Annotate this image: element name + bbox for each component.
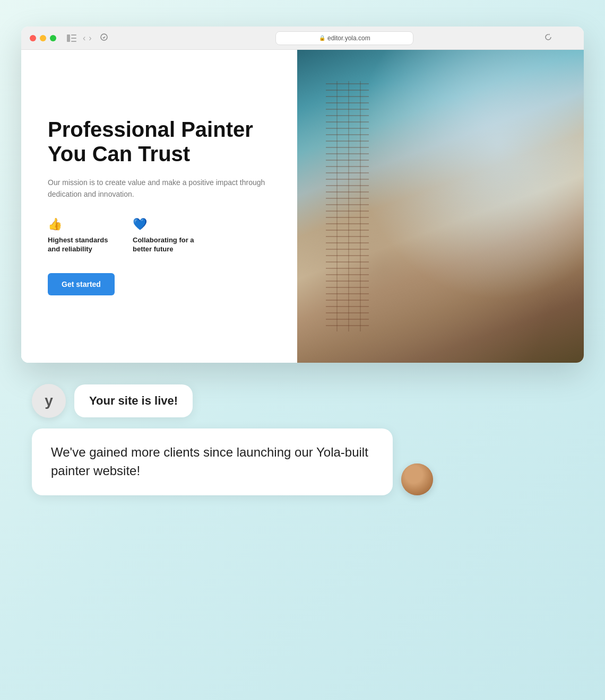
hero-subtitle: Our mission is to create value and make … <box>48 177 271 200</box>
maximize-button[interactable] <box>50 35 56 41</box>
back-arrow-icon[interactable]: ‹ <box>83 33 85 43</box>
browser-titlebar: ‹ › 🔒 editor.yola.com <box>21 27 584 50</box>
outer-container: ‹ › 🔒 editor.yola.com <box>21 27 584 673</box>
feature-label-0: Highest standards and reliability <box>48 235 111 254</box>
painter-photo <box>297 50 584 363</box>
chat-message-1: Your site is live! <box>89 394 178 407</box>
heart-icon: 💙 <box>133 217 196 231</box>
hero-left-panel: Professional Painter You Can Trust Our m… <box>21 50 297 363</box>
minimize-button[interactable] <box>40 35 46 41</box>
svg-point-4 <box>101 34 107 40</box>
nav-arrows: ‹ › <box>83 33 92 43</box>
feature-item-1: 💙 Collaborating for a better future <box>133 217 196 254</box>
feature-label-1: Collaborating for a better future <box>133 235 196 254</box>
chat-bubble-2: We've gained more clients since launchin… <box>32 428 393 495</box>
svg-rect-2 <box>71 38 76 39</box>
thumbs-up-icon: 👍 <box>48 217 111 231</box>
get-started-button[interactable]: Get started <box>48 273 115 295</box>
svg-rect-0 <box>67 34 70 42</box>
reload-button[interactable] <box>544 33 552 42</box>
address-bar-container: 🔒 editor.yola.com <box>114 31 575 45</box>
features-row: 👍 Highest standards and reliability 💙 Co… <box>48 217 271 254</box>
security-icon <box>100 33 108 43</box>
feature-item-0: 👍 Highest standards and reliability <box>48 217 111 254</box>
chat-row-1: y Your site is live! <box>32 384 573 418</box>
svg-rect-3 <box>71 41 76 42</box>
hero-image-panel <box>297 50 584 363</box>
traffic-lights <box>30 35 56 41</box>
yola-avatar: y <box>32 384 66 418</box>
chat-message-2: We've gained more clients since launchin… <box>51 445 368 478</box>
svg-rect-1 <box>71 34 76 36</box>
user-avatar <box>401 463 433 495</box>
close-button[interactable] <box>30 35 36 41</box>
user-avatar-face <box>401 463 433 495</box>
hero-title: Professional Painter You Can Trust <box>48 117 271 166</box>
brick-overlay <box>326 81 369 331</box>
browser-content: Professional Painter You Can Trust Our m… <box>21 50 584 363</box>
forward-arrow-icon[interactable]: › <box>89 33 91 43</box>
url-text: editor.yola.com <box>327 34 370 42</box>
sidebar-toggle-icon[interactable] <box>67 34 76 42</box>
chat-section: y Your site is live! We've gained more c… <box>21 384 584 495</box>
chat-row-2: We've gained more clients since launchin… <box>32 428 573 495</box>
address-bar[interactable]: 🔒 editor.yola.com <box>275 31 413 45</box>
chat-bubble-1: Your site is live! <box>74 384 193 417</box>
lock-icon: 🔒 <box>319 35 325 41</box>
browser-window: ‹ › 🔒 editor.yola.com <box>21 27 584 363</box>
